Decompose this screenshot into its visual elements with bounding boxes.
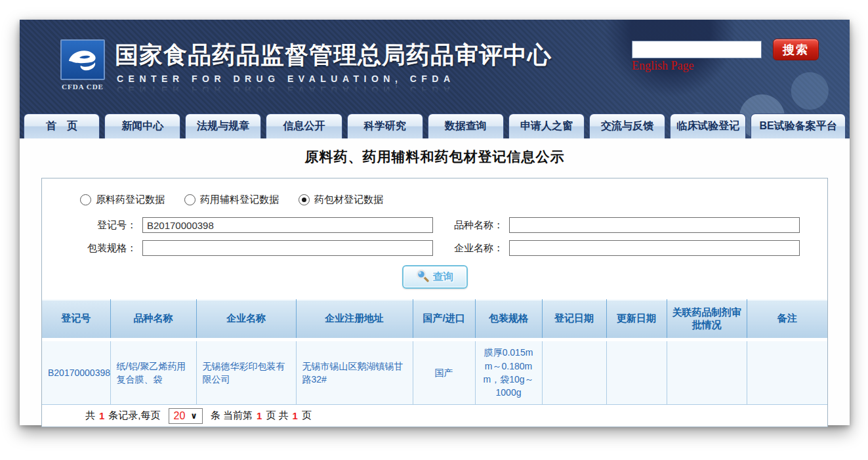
radio-label: 药包材登记数据 bbox=[314, 194, 383, 206]
site-subtitle: CENTER FOR DRUG EVALUATION, CFDA bbox=[117, 73, 455, 84]
site-search-input[interactable] bbox=[632, 41, 762, 58]
cde-fish-icon bbox=[60, 39, 105, 80]
company-name-label: 企业名称： bbox=[435, 242, 507, 255]
page-title: 原料药、药用辅料和药包材登记信息公示 bbox=[20, 148, 850, 166]
results-table: 登记号 品种名称 企业名称 企业注册地址 国产/进口 包装规格 登记日期 更新日… bbox=[42, 299, 827, 405]
cell-reg-no: B20170000398 bbox=[42, 340, 110, 405]
pager-text: 共 bbox=[85, 409, 95, 422]
pagination-bar: 共1条记录,每页 20 ∨ 条 当前第 1 页 共 1 页 bbox=[42, 405, 827, 427]
radio-label: 药用辅料登记数据 bbox=[200, 194, 279, 206]
column-header-reg-date: 登记日期 bbox=[542, 299, 606, 340]
reg-no-input[interactable] bbox=[142, 217, 433, 233]
site-page: CFDA CDE 国家食品药品监督管理总局药品审评中心 CENTER FOR D… bbox=[20, 20, 850, 425]
query-button-label: 查询 bbox=[433, 270, 454, 284]
pager-text: 条 当前第 bbox=[211, 409, 253, 422]
cell-company: 无锡德华彩印包装有限公司 bbox=[196, 340, 296, 405]
english-page-link[interactable]: English Page bbox=[632, 59, 694, 73]
current-page: 1 bbox=[257, 410, 262, 421]
column-header-origin: 国产/进口 bbox=[413, 299, 475, 340]
package-spec-input[interactable] bbox=[142, 240, 433, 256]
tab-home[interactable]: 首 页 bbox=[24, 114, 100, 138]
column-header-reg-no: 登记号 bbox=[42, 299, 110, 340]
tab-applicant-window[interactable]: 申请人之窗 bbox=[508, 114, 585, 138]
variety-name-input[interactable] bbox=[509, 217, 800, 233]
magnifier-icon bbox=[416, 269, 429, 285]
table-row: B20170000398 纸/铝/聚乙烯药用复合膜、袋 无锡德华彩印包装有限公司… bbox=[42, 340, 827, 405]
query-panel: 原料药登记数据 药用辅料登记数据 药包材登记数据 登记号： 品种名称： 包装规格… bbox=[41, 178, 828, 427]
tab-info-disclosure[interactable]: 信息公开 bbox=[266, 114, 342, 138]
column-header-spec: 包装规格 bbox=[475, 299, 542, 340]
main-nav: 首 页 新闻中心 法规与规章 信息公开 科学研究 数据查询 申请人之窗 交流与反… bbox=[20, 110, 850, 138]
cell-update-date bbox=[606, 340, 667, 405]
cell-reg-date bbox=[542, 340, 606, 405]
cell-remark bbox=[747, 340, 827, 405]
total-records: 1 bbox=[99, 410, 104, 421]
page-size-select[interactable]: 20 ∨ bbox=[169, 408, 203, 424]
company-name-input[interactable] bbox=[509, 240, 800, 256]
site-search-button[interactable]: 搜索 bbox=[773, 39, 819, 60]
pager-text: 条记录,每页 bbox=[108, 409, 160, 422]
variety-name-label: 品种名称： bbox=[435, 219, 507, 232]
query-button[interactable]: 查询 bbox=[402, 265, 468, 289]
cell-related-approval bbox=[667, 340, 747, 405]
page-size-value: 20 bbox=[174, 410, 186, 422]
query-button-row: 查询 bbox=[42, 265, 827, 289]
column-header-remark: 备注 bbox=[747, 299, 827, 340]
tab-news[interactable]: 新闻中心 bbox=[104, 114, 180, 138]
site-header: CFDA CDE 国家食品药品监督管理总局药品审评中心 CENTER FOR D… bbox=[20, 20, 850, 138]
cell-address: 无锡市锡山区鹅湖镇锡甘路32# bbox=[296, 340, 413, 405]
radio-circle-checked-icon bbox=[299, 194, 310, 205]
column-header-company: 企业名称 bbox=[196, 299, 296, 340]
tab-regulations[interactable]: 法规与规章 bbox=[185, 114, 261, 138]
column-header-address: 企业注册地址 bbox=[296, 299, 413, 340]
reg-no-label: 登记号： bbox=[42, 219, 140, 232]
radio-circle-icon bbox=[80, 194, 91, 205]
cell-spec: 膜厚0.015mm～0.180mm，袋10g～1000g bbox=[475, 340, 542, 405]
column-header-variety: 品种名称 bbox=[110, 299, 196, 340]
radio-raw-material-data[interactable]: 原料药登记数据 bbox=[80, 194, 165, 206]
tab-science[interactable]: 科学研究 bbox=[347, 114, 423, 138]
cell-origin: 国产 bbox=[413, 340, 475, 405]
package-spec-label: 包装规格： bbox=[42, 242, 140, 255]
cell-variety: 纸/铝/聚乙烯药用复合膜、袋 bbox=[110, 340, 196, 405]
radio-packaging-data[interactable]: 药包材登记数据 bbox=[299, 194, 383, 206]
dataset-radio-row: 原料药登记数据 药用辅料登记数据 药包材登记数据 bbox=[42, 178, 827, 209]
logo-caption: CFDA CDE bbox=[59, 83, 106, 91]
tab-be-platform[interactable]: BE试验备案平台 bbox=[751, 114, 846, 138]
cfda-logo[interactable]: CFDA CDE bbox=[59, 39, 106, 91]
tab-feedback[interactable]: 交流与反馈 bbox=[589, 114, 665, 138]
site-subtitle-reflection: CENTER FOR DRUG EVALUATION, CFDA bbox=[117, 85, 455, 95]
radio-label: 原料药登记数据 bbox=[96, 194, 165, 206]
chevron-down-icon: ∨ bbox=[190, 411, 197, 421]
page-content: 原料药、药用辅料和药包材登记信息公示 原料药登记数据 药用辅料登记数据 药包材登… bbox=[20, 138, 850, 427]
column-header-related-approval: 关联药品制剂审批情况 bbox=[667, 299, 747, 340]
radio-excipient-data[interactable]: 药用辅料登记数据 bbox=[184, 194, 279, 206]
total-pages: 1 bbox=[293, 410, 298, 421]
pager-text: 页 共 bbox=[266, 409, 288, 422]
radio-circle-icon bbox=[184, 194, 196, 205]
tab-clinical-trial[interactable]: 临床试验登记 bbox=[670, 114, 746, 138]
site-title: 国家食品药品监督管理总局药品审评中心 bbox=[115, 39, 552, 72]
pager-text: 页 bbox=[302, 409, 312, 422]
column-header-update-date: 更新日期 bbox=[606, 299, 667, 340]
table-header-row: 登记号 品种名称 企业名称 企业注册地址 国产/进口 包装规格 登记日期 更新日… bbox=[42, 299, 827, 340]
query-form: 登记号： 品种名称： 包装规格： 企业名称： bbox=[42, 217, 827, 256]
tab-data-query[interactable]: 数据查询 bbox=[428, 114, 504, 138]
